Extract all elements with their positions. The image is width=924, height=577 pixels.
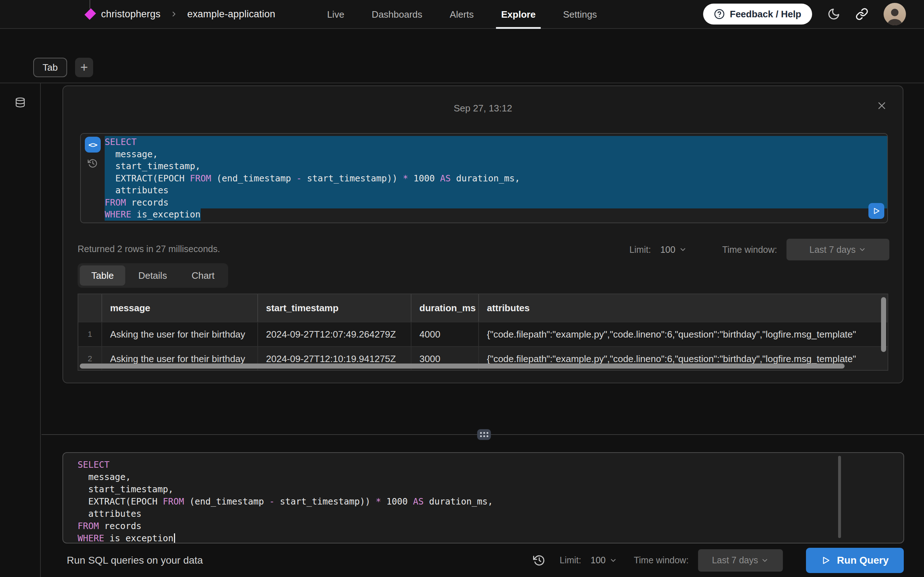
chevron-down-icon [858, 246, 866, 253]
add-tab-button[interactable]: + [75, 58, 93, 77]
time-window-select[interactable]: Last 7 days [787, 239, 889, 260]
tab-button[interactable]: Tab [33, 58, 67, 77]
header-cell-attributes: attributes [479, 294, 888, 322]
sql-editor[interactable]: SELECT message, start_timestamp, EXTRACT… [63, 452, 904, 543]
query-code-block: <> SELECT message, start_timestamp, EXTR… [80, 133, 888, 223]
logfire-logo-icon [84, 8, 96, 20]
row-number: 1 [78, 322, 102, 346]
header-cell-duration_ms: duration_ms [412, 294, 479, 322]
sql-line: WHERE is_exception [78, 532, 903, 543]
limit-label: Limit: [630, 245, 651, 255]
close-icon[interactable] [877, 101, 887, 111]
logo-tail [89, 0, 90, 9]
sql-line: SELECT [105, 136, 887, 148]
nav-items: LiveDashboardsAlertsExploreSettings [327, 0, 597, 29]
left-sidebar [0, 83, 41, 577]
run-query-button[interactable]: Run Query [806, 548, 904, 573]
bottom-bar: Run SQL queries on your data Limit: 100 … [0, 543, 924, 577]
cell-message: Asking the user for their birthday [102, 322, 258, 346]
chevron-down-icon [679, 246, 687, 253]
tab-strip: Tab + [33, 58, 93, 77]
view-tabs: TableDetailsChart [78, 263, 228, 288]
result-summary: Returned 2 rows in 27 milliseconds. [78, 244, 220, 254]
content-divider [0, 82, 924, 83]
header-cell-start_timestamp: start_timestamp [258, 294, 412, 322]
run-query-label: Run Query [837, 554, 888, 566]
nav-item-explore[interactable]: Explore [501, 0, 536, 29]
query-timestamp: Sep 27, 13:12 [63, 103, 903, 114]
bottom-controls: Limit: 100 Time window: Last 7 days Run … [533, 548, 904, 573]
limit-value: 100 [660, 245, 675, 255]
chevron-down-icon [761, 556, 769, 564]
sql-line: message, [78, 471, 903, 483]
play-icon [821, 556, 830, 565]
sql-line: start_timestamp, [105, 160, 887, 172]
drag-dots-icon [480, 432, 488, 437]
nav-item-settings[interactable]: Settings [563, 0, 597, 29]
chevron-right-icon [170, 10, 178, 18]
navbar-right: Feedback / Help [703, 3, 906, 25]
top-navbar: christophergs example-application LiveDa… [0, 0, 924, 29]
time-window-select[interactable]: Last 7 days [698, 549, 783, 572]
sql-line: attributes [105, 184, 887, 197]
query-result-card: Sep 27, 13:12 <> SELECT message, start_t… [63, 85, 903, 384]
header-cell-message: message [102, 294, 258, 322]
limit-select[interactable]: 100 [660, 245, 687, 255]
user-avatar[interactable] [884, 3, 906, 25]
view-tab-chart[interactable]: Chart [180, 266, 226, 285]
limit-label: Limit: [560, 555, 582, 566]
nav-item-dashboards[interactable]: Dashboards [372, 0, 422, 29]
results-table: messagestart_timestampduration_msattribu… [78, 293, 888, 371]
database-icon[interactable] [15, 96, 26, 108]
selected-sql-code[interactable]: SELECT message, start_timestamp, EXTRACT… [105, 134, 887, 222]
sql-line: EXTRACT(EPOCH FROM (end_timestamp - star… [78, 495, 903, 508]
help-circle-icon [714, 9, 725, 19]
resize-drag-handle[interactable] [477, 429, 491, 440]
limit-value: 100 [591, 555, 606, 566]
feedback-help-button[interactable]: Feedback / Help [703, 3, 812, 24]
results-header-row: messagestart_timestampduration_msattribu… [78, 294, 888, 322]
sql-line: EXTRACT(EPOCH FROM (end_timestamp - star… [105, 172, 887, 185]
view-tab-details[interactable]: Details [127, 266, 178, 285]
editor-hint: Run SQL queries on your data [67, 554, 203, 566]
sql-line: start_timestamp, [78, 483, 903, 495]
nav-item-live[interactable]: Live [327, 0, 344, 29]
time-window-label: Time window: [722, 245, 777, 255]
sql-line: FROM records [78, 520, 903, 532]
limit-select[interactable]: 100 [591, 555, 617, 566]
query-history-icon[interactable] [533, 554, 545, 567]
feedback-help-label: Feedback / Help [730, 9, 801, 20]
sql-line: message, [105, 148, 887, 161]
horizontal-scrollbar[interactable] [80, 364, 845, 369]
code-gutter: <> [81, 134, 105, 222]
breadcrumb-org[interactable]: christophergs [101, 9, 161, 20]
chevron-down-icon [609, 556, 617, 564]
code-icon[interactable]: <> [85, 137, 101, 153]
sql-line: attributes [78, 508, 903, 520]
time-window-label: Time window: [634, 555, 689, 566]
sql-line: SELECT [78, 459, 903, 471]
text-cursor [174, 533, 175, 543]
table-row[interactable]: 1Asking the user for their birthday2024-… [78, 322, 888, 346]
editor-scrollbar[interactable] [838, 456, 841, 538]
breadcrumb-project[interactable]: example-application [187, 9, 275, 20]
breadcrumb: christophergs example-application [15, 9, 275, 20]
sql-line: WHERE is_exception [105, 208, 887, 221]
header-cell-rownum [78, 294, 102, 322]
history-icon[interactable] [88, 158, 98, 168]
vertical-scrollbar[interactable] [881, 297, 886, 352]
view-tab-table[interactable]: Table [80, 266, 125, 285]
cell-duration_ms: 4000 [412, 322, 479, 346]
time-window-value: Last 7 days [809, 245, 856, 255]
nav-item-alerts[interactable]: Alerts [450, 0, 473, 29]
meta-controls: Limit: 100 Time window: Last 7 days [630, 239, 889, 260]
sql-line: FROM records [105, 197, 887, 209]
run-selection-play-button[interactable] [868, 203, 884, 219]
cell-start_timestamp: 2024-09-27T12:07:49.264279Z [258, 322, 412, 346]
share-link-icon[interactable] [855, 8, 868, 21]
dark-mode-moon-icon[interactable] [827, 8, 840, 21]
app-root: christophergs example-application LiveDa… [0, 0, 924, 577]
time-window-value: Last 7 days [712, 555, 758, 566]
cell-attributes: {"code.filepath":"example.py","code.line… [479, 322, 888, 346]
